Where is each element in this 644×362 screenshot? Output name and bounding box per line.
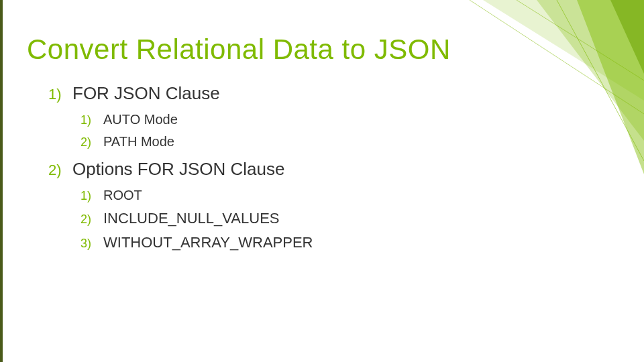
list-text: INCLUDE_NULL_VALUES <box>103 210 279 227</box>
list-number: 2) <box>48 162 66 179</box>
sublist: 1) ROOT 2) INCLUDE_NULL_VALUES 3) WITHOU… <box>80 188 617 251</box>
list-item: 1) ROOT <box>80 188 617 203</box>
list-text: WITHOUT_ARRAY_WRAPPER <box>103 234 313 251</box>
list-item: 2) INCLUDE_NULL_VALUES <box>80 210 617 227</box>
list-number: 1) <box>80 189 97 203</box>
list-text: ROOT <box>103 188 142 203</box>
list-item: 1) FOR JSON Clause 1) AUTO Mode 2) PATH … <box>48 83 617 149</box>
list-number: 1) <box>48 86 66 103</box>
list-text: Options FOR JSON Clause <box>72 159 284 180</box>
list-item: 3) WITHOUT_ARRAY_WRAPPER <box>80 234 617 251</box>
list-number: 3) <box>80 237 97 251</box>
list-item: 2) PATH Mode <box>80 134 617 149</box>
list-number: 1) <box>80 113 97 127</box>
list-text: PATH Mode <box>103 134 174 149</box>
list-text: AUTO Mode <box>103 112 178 127</box>
list-text: FOR JSON Clause <box>72 83 220 104</box>
list-number: 2) <box>80 213 97 227</box>
list-item: 1) AUTO Mode <box>80 112 617 127</box>
list-number: 2) <box>80 135 97 149</box>
slide-title: Convert Relational Data to JSON <box>27 34 617 66</box>
outline-list: 1) FOR JSON Clause 1) AUTO Mode 2) PATH … <box>48 83 617 251</box>
slide-body: Convert Relational Data to JSON 1) FOR J… <box>0 0 644 362</box>
sublist: 1) AUTO Mode 2) PATH Mode <box>80 112 617 149</box>
list-item: 2) Options FOR JSON Clause 1) ROOT 2) IN… <box>48 159 617 251</box>
